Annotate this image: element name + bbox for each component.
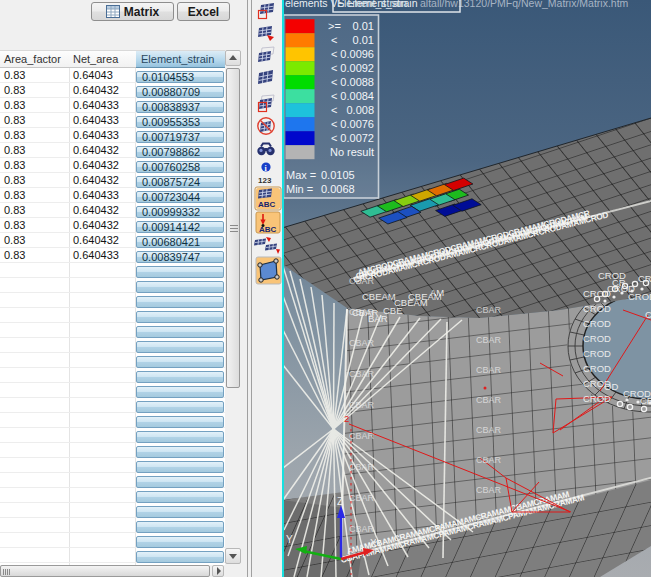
svg-text:>=: >= [328, 20, 341, 32]
svg-text:CBAR: CBAR [476, 455, 502, 465]
svg-text:<: < [331, 104, 337, 116]
svg-text:CROD: CROD [583, 363, 611, 374]
svg-text:CROD: CROD [583, 348, 611, 359]
svg-text:CROD: CROD [583, 393, 611, 404]
svg-text:CBAR: CBAR [476, 395, 502, 405]
svg-text:CBAR: CBAR [349, 524, 375, 534]
svg-text:CROD: CROD [583, 333, 611, 344]
svg-text:0.0092: 0.0092 [340, 62, 374, 74]
svg-text:CBAR: CBAR [476, 335, 502, 345]
svg-text:CBAR: CBAR [476, 365, 502, 375]
svg-text:CBAR: CBAR [349, 369, 375, 379]
svg-text:CR: CR [645, 309, 651, 320]
svg-text:2: 2 [344, 413, 349, 424]
svg-text:0.01: 0.01 [353, 20, 374, 32]
svg-text:0.0072: 0.0072 [340, 132, 374, 144]
svg-text:<: < [331, 76, 337, 88]
svg-text:<: < [331, 90, 337, 102]
svg-text:0.0076: 0.0076 [340, 118, 374, 130]
svg-text:CROD: CROD [598, 270, 626, 281]
svg-text:Z: Z [337, 496, 343, 507]
svg-text:Element_strain: Element_strain [337, 0, 407, 9]
svg-text:X: X [370, 538, 377, 549]
svg-text:AM: AM [430, 287, 444, 298]
svg-text:CBAR: CBAR [349, 493, 375, 503]
svg-text:<: < [331, 34, 337, 46]
svg-text:0.0105: 0.0105 [321, 169, 355, 181]
svg-text:Y: Y [286, 534, 293, 545]
svg-text:Max =: Max = [286, 169, 316, 181]
svg-text:OD: OD [604, 381, 618, 392]
svg-text:CBAR: CBAR [476, 515, 502, 525]
svg-text:ABC: ABC [259, 225, 277, 234]
svg-text:CBAR: CBAR [349, 462, 375, 472]
svg-text:CBAR: CBAR [476, 485, 502, 495]
svg-text:<: < [331, 118, 337, 130]
svg-text:<: < [331, 48, 337, 60]
svg-text:altall/hw13120/PMFq/New_Matrix: altall/hw13120/PMFq/New_Matrix/Matrix.ht… [420, 0, 629, 9]
svg-text:CR: CR [640, 395, 651, 406]
svg-text:0.0096: 0.0096 [340, 48, 374, 60]
svg-text:<: < [331, 132, 337, 144]
svg-text:0.008: 0.008 [346, 104, 374, 116]
svg-text:CROD: CROD [583, 318, 611, 329]
svg-text:CBAR: CBAR [349, 400, 375, 410]
svg-text:CROD: CROD [583, 303, 611, 314]
svg-text:CBAR: CBAR [476, 425, 502, 435]
svg-text:Min =: Min = [286, 183, 313, 195]
svg-text:CBEAM: CBEAM [362, 291, 396, 302]
svg-text:<: < [331, 62, 337, 74]
svg-text:CBEAM: CBEAM [394, 297, 428, 308]
svg-text:ABC: ABC [258, 200, 276, 209]
svg-text:0.0084: 0.0084 [340, 90, 374, 102]
svg-text:CROD: CROD [638, 273, 651, 284]
svg-text:0.0068: 0.0068 [321, 183, 355, 195]
svg-text:No result: No result [330, 146, 374, 158]
svg-text:CROD: CROD [628, 291, 651, 302]
svg-text:CBAR: CBAR [349, 338, 375, 348]
svg-text:0.0088: 0.0088 [340, 76, 374, 88]
svg-text:CBAR: CBAR [349, 276, 375, 286]
svg-text:123: 123 [258, 176, 272, 185]
svg-text:CBAR: CBAR [476, 305, 502, 315]
svg-text:CBAR: CBAR [349, 431, 375, 441]
svg-text:0.01: 0.01 [353, 34, 374, 46]
